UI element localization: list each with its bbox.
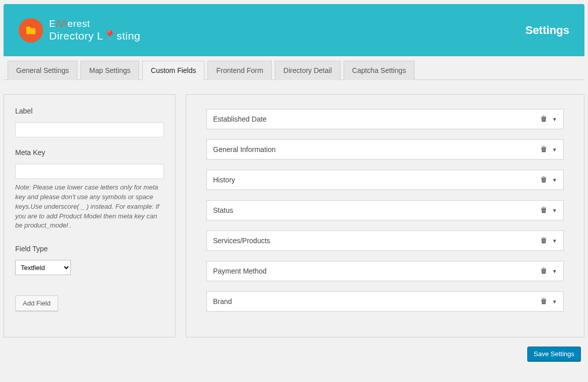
caret-down-icon[interactable]: ▼ — [552, 269, 557, 274]
logo-line1-post: erest — [67, 18, 90, 29]
field-actions: ▼ — [540, 206, 557, 215]
caret-down-icon[interactable]: ▼ — [552, 208, 557, 213]
label-input[interactable] — [15, 122, 164, 137]
field-row[interactable]: Brand ▼ — [206, 291, 564, 312]
settings-banner: E/\/\erest Directory L📍sting Settings — [4, 4, 584, 56]
field-actions: ▼ — [540, 145, 557, 154]
field-actions: ▼ — [540, 176, 557, 184]
folder-icon — [19, 18, 43, 43]
field-actions: ▼ — [540, 115, 557, 124]
tab-map-settings[interactable]: Map Settings — [80, 61, 139, 80]
metakey-note: Note: Please use lower case letters only… — [15, 183, 164, 231]
field-name: Services/Products — [213, 237, 270, 245]
trash-icon[interactable] — [540, 297, 547, 306]
caret-down-icon[interactable]: ▼ — [552, 238, 557, 244]
caret-down-icon[interactable]: ▼ — [552, 117, 557, 122]
tab-directory-detail[interactable]: Directory Detail — [275, 61, 341, 80]
trash-icon[interactable] — [540, 176, 547, 184]
tab-general-settings[interactable]: General Settings — [8, 61, 77, 80]
field-row[interactable]: Established Date ▼ — [206, 109, 564, 129]
label-field-label: Label — [15, 107, 164, 115]
field-name: History — [213, 176, 235, 184]
custom-fields-list: Established Date ▼ General Information ▼… — [186, 94, 584, 337]
caret-down-icon[interactable]: ▼ — [552, 147, 557, 152]
tab-captcha-settings[interactable]: Captcha Settings — [344, 61, 415, 80]
field-row[interactable]: History ▼ — [206, 170, 564, 190]
tab-frontend-form[interactable]: Frontend Form — [207, 61, 272, 80]
pin-icon: 📍 — [103, 30, 117, 42]
field-row[interactable]: Status ▼ — [206, 200, 564, 220]
field-name: Established Date — [213, 115, 267, 123]
logo-block: E/\/\erest Directory L📍sting — [19, 18, 140, 43]
tab-custom-fields[interactable]: Custom Fields — [142, 61, 204, 80]
save-row: Save Settings — [4, 347, 581, 361]
logo-line2-pre: Directory L — [49, 30, 103, 42]
field-actions: ▼ — [540, 237, 557, 245]
field-actions: ▼ — [540, 267, 557, 276]
field-name: General Information — [213, 145, 276, 154]
trash-icon[interactable] — [540, 237, 547, 245]
settings-tabs: General Settings Map Settings Custom Fie… — [4, 60, 584, 80]
add-field-panel: Label Meta Key Note: Please use lower ca… — [4, 94, 176, 337]
trash-icon[interactable] — [540, 206, 547, 215]
field-row[interactable]: Payment Method ▼ — [206, 261, 564, 281]
main-content: Label Meta Key Note: Please use lower ca… — [4, 94, 584, 337]
svg-rect-0 — [26, 28, 35, 34]
fieldtype-label: Field Type — [15, 245, 164, 253]
logo-line2-post: sting — [117, 30, 141, 42]
field-name: Brand — [213, 297, 232, 305]
trash-icon[interactable] — [540, 115, 547, 124]
metakey-input[interactable] — [15, 164, 164, 179]
page-title: Settings — [525, 24, 569, 37]
field-name: Status — [213, 206, 233, 214]
field-row[interactable]: General Information ▼ — [206, 139, 564, 160]
trash-icon[interactable] — [540, 145, 547, 154]
add-field-button[interactable]: Add Field — [15, 295, 58, 311]
logo-line1-accent: /\/\ — [56, 18, 67, 29]
caret-down-icon[interactable]: ▼ — [552, 299, 557, 304]
save-settings-button[interactable]: Save Settings — [527, 347, 581, 361]
folder-svg — [25, 26, 36, 35]
field-row[interactable]: Services/Products ▼ — [206, 231, 564, 251]
logo-line1-pre: E — [49, 18, 56, 29]
metakey-field-label: Meta Key — [15, 148, 164, 157]
trash-icon[interactable] — [540, 267, 547, 276]
caret-down-icon[interactable]: ▼ — [552, 177, 557, 183]
logo-text: E/\/\erest Directory L📍sting — [49, 18, 140, 43]
field-name: Payment Method — [213, 267, 267, 275]
fieldtype-select[interactable]: Textfield — [15, 260, 71, 275]
field-actions: ▼ — [540, 297, 557, 306]
